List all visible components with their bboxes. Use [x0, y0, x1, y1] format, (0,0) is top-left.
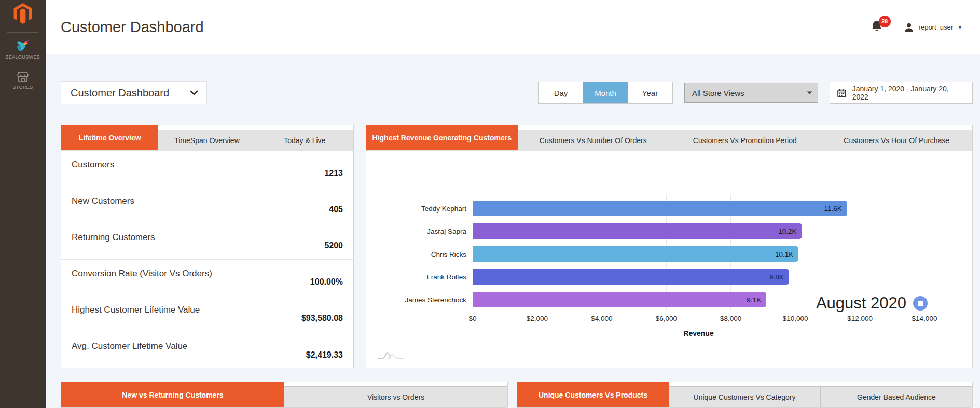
bottom-row: New vs Returning Customers Visitors vs O… [61, 382, 973, 408]
storefront-icon [16, 71, 30, 82]
tab-visitors-vs-orders[interactable]: Visitors vs Orders [284, 386, 507, 407]
amcharts-logo[interactable] [378, 350, 405, 360]
header: Customer Dashboard 28 report_user ▼ [46, 0, 980, 54]
metric-label: Highest Customer Lifetime Value [72, 296, 200, 332]
bar-chart: Teddy Kephart 11.6K Jasraj Sapra [366, 151, 972, 369]
tab-customers-vs-hour[interactable]: Customers Vs Hour Of Purchase [821, 130, 973, 150]
x-tick: $6,000 [656, 315, 677, 322]
header-actions: 28 report_user ▼ [871, 20, 962, 35]
controls-row: Customer Dashboard Day Month Year All St… [61, 81, 973, 104]
bottom-left-tabs: New vs Returning Customers Visitors vs O… [61, 382, 507, 407]
table-row: Returning Customers 5200 [61, 223, 353, 260]
store-view-select[interactable]: All Store Views [684, 83, 818, 103]
bar-value-label: 9.8K [769, 273, 784, 281]
x-tick: $4,000 [591, 315, 612, 322]
zealousweb-bird-icon [15, 39, 31, 52]
sidebar-item-zealousweb[interactable]: ZEALOUSWEB [6, 39, 40, 60]
metric-value: 5200 [324, 241, 343, 259]
controls-right: Day Month Year All Store Views [538, 82, 973, 104]
user-icon [904, 22, 914, 33]
bar-jasraj-sapra[interactable]: 10.2K [473, 223, 802, 239]
tab-customers-vs-promotion[interactable]: Customers Vs Promotion Period [669, 130, 821, 150]
bar-row: Jasraj Sapra 10.2K [366, 223, 924, 239]
tab-lifetime-overview[interactable]: Lifetime Overview [61, 125, 158, 150]
table-row: Conversion Rate (Visitor Vs Orders) 100.… [61, 260, 353, 296]
store-view-value: All Store Views [692, 89, 744, 97]
sidebar-item-label: ZEALOUSWEB [6, 54, 40, 60]
metric-value: 405 [329, 205, 343, 223]
chevron-down-icon: ▼ [958, 25, 962, 30]
sidebar-item-stores[interactable]: STORES [12, 71, 33, 90]
tab-customers-vs-orders[interactable]: Customers Vs Number Of Orders [518, 130, 669, 150]
bar-value-label: 9.1K [747, 296, 761, 304]
tab-today-live[interactable]: Today & Live [256, 130, 353, 150]
date-range-value: January 1, 2020 - January 20, 2022 [852, 85, 965, 101]
page-title: Customer Dashboard [61, 19, 204, 36]
sidebar: ZEALOUSWEB STORES [0, 0, 46, 408]
chevron-down-icon [190, 90, 198, 95]
table-row: Highest Customer Lifetime Value $93,580.… [61, 296, 353, 332]
chart-tabs: Highest Revenue Generating Customers Cus… [366, 125, 972, 151]
bar-chris-ricks[interactable]: 10.1K [473, 246, 798, 262]
overview-card: Lifetime Overview TimeSpan Overview Toda… [61, 125, 354, 368]
bar-track: 10.2K [473, 223, 924, 239]
metric-label: Returning Customers [72, 223, 155, 259]
x-axis-ticks: $0 $2,000 $4,000 $6,000 $8,000 $10,000 $… [473, 315, 924, 324]
unique-customers-card: Unique Customers Vs Products Unique Cust… [517, 382, 973, 408]
tab-timespan-overview[interactable]: TimeSpan Overview [158, 130, 255, 150]
tab-unique-customers-category[interactable]: Unique Customers Vs Category [669, 386, 820, 407]
tab-highest-revenue-customers[interactable]: Highest Revenue Generating Customers [366, 125, 518, 150]
metric-value: $2,419.33 [306, 350, 343, 369]
notification-count-badge: 28 [879, 16, 891, 27]
bar-james-sterenchock[interactable]: 9.1K [473, 292, 766, 307]
stop-square [918, 301, 923, 306]
table-row: Avg. Customer Lifetime Value $2,419.33 [61, 332, 353, 369]
period-toggle: Day Month Year [538, 82, 673, 104]
bar-track: 11.6K [473, 201, 924, 216]
table-row: Customers 1213 [61, 151, 353, 187]
period-year-button[interactable]: Year [628, 82, 672, 103]
metric-label: Customers [72, 151, 114, 187]
metric-label: Conversion Rate (Visitor Vs Orders) [72, 260, 212, 296]
x-axis-title: Revenue [473, 329, 924, 337]
bar-frank-rolfes[interactable]: 9.8K [473, 269, 789, 285]
user-menu[interactable]: report_user ▼ [904, 22, 962, 33]
period-annotation: August 2020 [816, 294, 928, 313]
bar-row: Chris Ricks 10.1K [366, 246, 924, 262]
x-tick: $0 [468, 315, 476, 322]
tab-unique-customers-products[interactable]: Unique Customers Vs Products [517, 382, 669, 407]
tab-gender-based-audience[interactable]: Gender Based Audience [820, 386, 972, 407]
category-label: Teddy Kephart [366, 205, 466, 213]
dashboard-select[interactable]: Customer Dashboard [61, 81, 207, 104]
overview-tabs: Lifetime Overview TimeSpan Overview Toda… [61, 125, 353, 151]
bar-teddy-kephart[interactable]: 11.6K [473, 201, 847, 216]
metric-value: 100.00% [310, 277, 343, 296]
magento-logo[interactable] [13, 3, 32, 26]
tab-new-vs-returning[interactable]: New vs Returning Customers [61, 382, 284, 407]
bar-track: 9.8K [473, 269, 924, 285]
metric-label: Avg. Customer Lifetime Value [72, 332, 187, 369]
x-tick: $8,000 [720, 315, 741, 322]
bar-value-label: 10.1K [775, 250, 793, 258]
app-window: ZEALOUSWEB STORES Customer Dashboard [0, 0, 980, 408]
x-tick: $10,000 [783, 315, 808, 322]
notifications-button[interactable]: 28 [871, 20, 883, 35]
revenue-chart-card: Highest Revenue Generating Customers Cus… [366, 125, 973, 368]
category-label: Frank Rolfes [366, 273, 466, 281]
bottom-right-tabs: Unique Customers Vs Products Unique Cust… [517, 382, 972, 407]
period-month-button[interactable]: Month [583, 82, 628, 103]
metric-value: $93,580.08 [301, 314, 343, 332]
date-range-picker[interactable]: January 1, 2020 - January 20, 2022 [830, 82, 973, 104]
stop-button-icon[interactable] [913, 296, 928, 311]
sidebar-item-label: STORES [12, 85, 33, 90]
period-day-button[interactable]: Day [539, 82, 583, 103]
category-label: Chris Ricks [366, 250, 466, 258]
panels-row: Lifetime Overview TimeSpan Overview Toda… [61, 125, 973, 368]
new-vs-returning-card: New vs Returning Customers Visitors vs O… [61, 382, 508, 408]
chevron-down-icon [807, 91, 812, 95]
plot-area: Teddy Kephart 11.6K Jasraj Sapra [366, 151, 924, 307]
x-tick: $12,000 [847, 315, 873, 322]
metric-value: 1213 [324, 168, 343, 187]
table-row: New Customers 405 [61, 187, 353, 223]
x-tick: $2,000 [527, 315, 548, 322]
